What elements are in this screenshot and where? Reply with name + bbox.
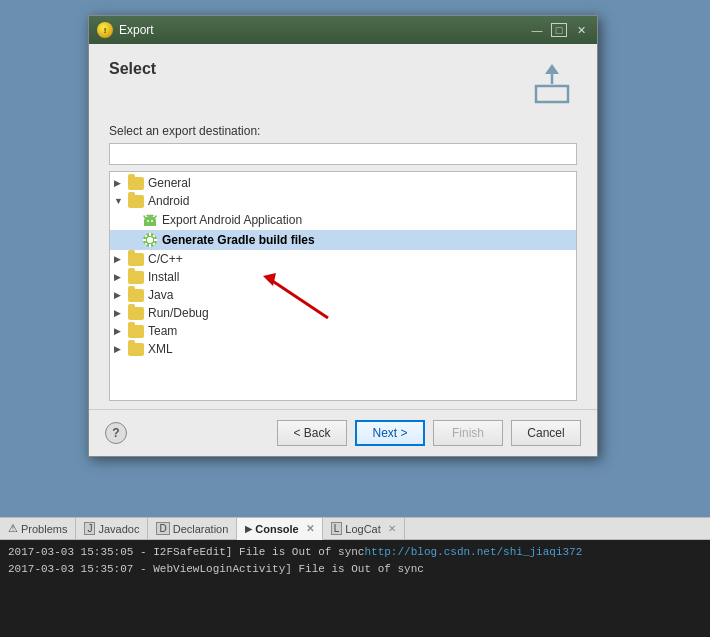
console-close-icon[interactable]: ✕ [306, 523, 314, 534]
finish-button[interactable]: Finish [433, 420, 503, 446]
dialog-titlebar: ! Export — □ ✕ [89, 16, 597, 44]
svg-point-7 [147, 220, 149, 222]
tree-item-install[interactable]: ▶ Install [110, 268, 576, 286]
folder-icon-cpp [128, 253, 144, 266]
label-android: Android [148, 194, 189, 208]
label-general: General [148, 176, 191, 190]
search-input[interactable] [109, 143, 577, 165]
toggle-android[interactable]: ▼ [114, 196, 128, 206]
export-icon-svg [530, 62, 574, 106]
svg-line-6 [154, 216, 156, 219]
folder-icon-install [128, 271, 144, 284]
tree-item-team[interactable]: ▶ Team [110, 322, 576, 340]
toggle-xml[interactable]: ▶ [114, 344, 128, 354]
tree-item-gradle[interactable]: Generate Gradle build files [110, 230, 576, 250]
log-line-1: 2017-03-03 15:35:05 - I2FSafeEdit] File … [8, 544, 702, 561]
back-button[interactable]: < Back [277, 420, 347, 446]
logcat-icon: L [331, 522, 343, 535]
svg-line-5 [144, 216, 146, 219]
android-icon [142, 212, 158, 228]
label-install: Install [148, 270, 179, 284]
problems-icon: ⚠ [8, 522, 18, 535]
svg-rect-0 [536, 86, 568, 102]
javadoc-icon: J [84, 522, 95, 535]
button-bar: ? < Back Next > Finish Cancel [89, 410, 597, 456]
tree-item-cpp[interactable]: ▶ C/C++ [110, 250, 576, 268]
label-java: Java [148, 288, 173, 302]
toggle-team[interactable]: ▶ [114, 326, 128, 336]
dialog-title-label: Export [119, 23, 529, 37]
cancel-button[interactable]: Cancel [511, 420, 581, 446]
console-log: 2017-03-03 15:35:05 - I2FSafeEdit] File … [0, 540, 710, 637]
minimize-button[interactable]: — [529, 23, 545, 37]
label-cpp: C/C++ [148, 252, 183, 266]
label-gradle: Generate Gradle build files [162, 233, 315, 247]
tree-container: ▶ General ▼ Android [109, 171, 577, 401]
tree-item-general[interactable]: ▶ General [110, 174, 576, 192]
tab-console[interactable]: ▶ Console ✕ [237, 518, 322, 540]
toggle-general[interactable]: ▶ [114, 178, 128, 188]
export-icon [527, 60, 577, 108]
logcat-close-icon[interactable]: ✕ [388, 523, 396, 534]
label-export-android: Export Android Application [162, 213, 302, 227]
folder-icon-team [128, 325, 144, 338]
destination-label: Select an export destination: [109, 124, 577, 138]
gradle-icon [142, 232, 158, 248]
dialog-header-row: Select [109, 60, 577, 108]
log-link-1[interactable]: http://blog.csdn.net/shi_jiaqi372 [364, 546, 582, 558]
tree-item-android[interactable]: ▼ Android [110, 192, 576, 210]
folder-icon-java [128, 289, 144, 302]
tab-javadoc[interactable]: J Javadoc [76, 518, 148, 539]
svg-rect-13 [149, 244, 151, 247]
export-dialog: ! Export — □ ✕ Select [88, 15, 598, 457]
folder-icon-general [128, 177, 144, 190]
label-xml: XML [148, 342, 173, 356]
next-button[interactable]: Next > [355, 420, 425, 446]
console-icon: ▶ [245, 524, 252, 534]
declaration-icon: D [156, 522, 169, 535]
tab-declaration[interactable]: D Declaration [148, 518, 237, 539]
tree-item-java[interactable]: ▶ Java [110, 286, 576, 304]
tab-problems[interactable]: ⚠ Problems [0, 518, 76, 539]
label-rundebug: Run/Debug [148, 306, 209, 320]
titlebar-controls: — □ ✕ [529, 23, 589, 37]
tree-item-xml[interactable]: ▶ XML [110, 340, 576, 358]
toggle-cpp[interactable]: ▶ [114, 254, 128, 264]
maximize-button[interactable]: □ [551, 23, 567, 37]
dialog-body: Select Select an export destination: [89, 44, 597, 409]
help-button[interactable]: ? [105, 422, 127, 444]
titlebar-icon: ! [97, 22, 113, 38]
folder-icon-xml [128, 343, 144, 356]
label-team: Team [148, 324, 177, 338]
console-tab-bar: ⚠ Problems J Javadoc D Declaration ▶ Con… [0, 518, 710, 540]
tree-item-rundebug[interactable]: ▶ Run/Debug [110, 304, 576, 322]
tree-item-export-android[interactable]: Export Android Application [110, 210, 576, 230]
svg-rect-15 [154, 239, 157, 241]
log-line-2: 2017-03-03 15:35:07 - WebViewLoginActivi… [8, 561, 702, 578]
svg-marker-2 [545, 64, 559, 74]
page-title: Select [109, 60, 156, 78]
toggle-install[interactable]: ▶ [114, 272, 128, 282]
svg-point-11 [147, 237, 153, 243]
svg-rect-4 [144, 220, 156, 226]
toggle-rundebug[interactable]: ▶ [114, 308, 128, 318]
svg-rect-12 [149, 233, 151, 236]
svg-rect-14 [143, 239, 146, 241]
bottom-area: ⚠ Problems J Javadoc D Declaration ▶ Con… [0, 517, 710, 637]
close-button[interactable]: ✕ [573, 23, 589, 37]
toggle-java[interactable]: ▶ [114, 290, 128, 300]
folder-icon-android [128, 195, 144, 208]
folder-icon-rundebug [128, 307, 144, 320]
tab-logcat[interactable]: L LogCat ✕ [323, 518, 405, 539]
svg-point-8 [151, 220, 153, 222]
